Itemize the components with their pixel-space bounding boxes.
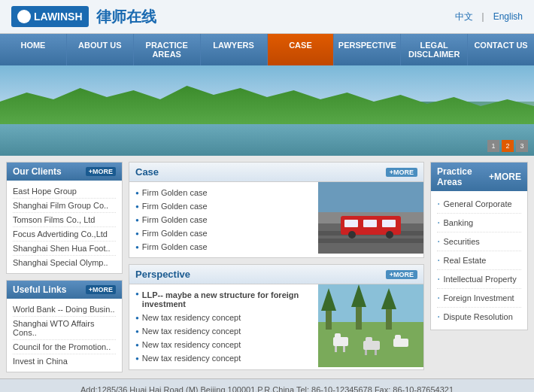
link-item-2[interactable]: Council for the Promotion.. <box>13 340 116 354</box>
client-item-4[interactable]: Shanghai Shen Hua Foot.. <box>13 242 116 256</box>
logo-chinese: 律师在线 <box>96 7 156 27</box>
case-title: Case <box>135 166 159 178</box>
case-item-0[interactable]: ● Firm Golden case <box>135 186 312 199</box>
bullet-icon: ● <box>135 230 139 237</box>
practice-areas-more-btn[interactable]: +MORE <box>489 172 521 182</box>
footer-address: Add:1285/36 Huai Hai Road (M) Beijing 10… <box>6 385 528 392</box>
logo-area: LAWINSH 律师在线 <box>11 6 156 27</box>
bullet-icon: · <box>437 236 440 248</box>
svg-rect-15 <box>356 303 362 330</box>
practice-areas-title: Practice Areas <box>437 166 489 187</box>
link-item-1[interactable]: Shanghai WTO Affairs Cons.. <box>13 317 116 340</box>
case-content-area: ● Firm Golden case ● Firm Golden case ● … <box>129 182 423 257</box>
perspective-title: Perspective <box>135 269 190 280</box>
bullet-icon: ● <box>135 217 139 223</box>
nav-about[interactable]: ABOUT US <box>67 34 134 65</box>
nav-lawyers[interactable]: LAWYERS <box>201 34 268 65</box>
nav-disclaimer[interactable]: LEGAL DISCLAIMER <box>401 34 468 65</box>
clients-list: East Hope Group Shanghai Film Group Co..… <box>7 181 122 273</box>
svg-rect-7 <box>363 220 377 227</box>
case-image <box>318 182 423 257</box>
case-item-3[interactable]: ● Firm Golden case <box>135 226 312 240</box>
svg-rect-26 <box>375 350 377 355</box>
nav-practice[interactable]: PRACTICE AREAS <box>134 34 201 65</box>
perspective-item-3[interactable]: ● New tax residency concept <box>135 338 312 351</box>
lang-en-link[interactable]: English <box>493 11 523 22</box>
case-item-2[interactable]: ● Firm Golden case <box>135 213 312 226</box>
cow-illustration <box>318 284 423 367</box>
bullet-icon: · <box>437 198 440 210</box>
bullet-icon: · <box>437 217 440 229</box>
svg-rect-25 <box>365 350 367 355</box>
svg-rect-24 <box>366 337 372 343</box>
case-item-4[interactable]: ● Firm Golden case <box>135 240 312 254</box>
case-list: ● Firm Golden case ● Firm Golden case ● … <box>129 182 318 257</box>
svg-rect-8 <box>382 220 396 227</box>
bullet-icon: ● <box>135 342 139 348</box>
perspective-content-area: ● LLP-- maybe a new structure for foreig… <box>129 284 423 369</box>
perspective-header: Perspective +MORE <box>129 265 423 284</box>
svg-rect-6 <box>344 220 358 227</box>
nav-case[interactable]: CASE <box>268 34 335 65</box>
client-item-1[interactable]: Shanghai Film Group Co.. <box>13 199 116 213</box>
bullet-icon: ● <box>135 190 139 196</box>
perspective-item-1[interactable]: ● New tax residency concept <box>135 311 312 324</box>
logo-icon <box>17 10 31 23</box>
svg-rect-21 <box>335 346 337 352</box>
nav-home[interactable]: HOME <box>0 34 67 65</box>
clients-title: Our Clients <box>13 166 62 177</box>
clients-more-btn[interactable]: +MORE <box>86 167 116 176</box>
case-more-btn[interactable]: +MORE <box>386 168 417 177</box>
client-item-5[interactable]: Shanghai Special Olymp.. <box>13 256 116 269</box>
perspective-item-2[interactable]: ● New tax residency concept <box>135 324 312 338</box>
case-box: Case +MORE ● Firm Golden case ● Firm Gol… <box>129 162 424 258</box>
bullet-icon: ● <box>135 355 139 362</box>
logo-badge: LAWINSH <box>11 6 89 27</box>
links-box: Useful Links +MORE World Bank -- Doing B… <box>6 280 123 372</box>
svg-rect-22 <box>343 346 345 352</box>
sidebar-right: Practice Areas +MORE · General Corporate… <box>430 162 528 372</box>
bullet-icon: ● <box>135 328 139 335</box>
content-center: Case +MORE ● Firm Golden case ● Firm Gol… <box>123 162 430 372</box>
links-more-btn[interactable]: +MORE <box>86 285 116 294</box>
practice-item-1[interactable]: · Banking <box>437 214 521 232</box>
client-item-2[interactable]: Tomson Films Co., Ltd <box>13 213 116 227</box>
perspective-box: Perspective +MORE ● LLP-- maybe a new st… <box>129 264 424 370</box>
practice-item-2[interactable]: · Securities <box>437 232 521 251</box>
practice-areas-box: Practice Areas +MORE · General Corporate… <box>430 162 528 330</box>
practice-item-6[interactable]: · Dispute Resolution <box>437 308 521 326</box>
banner-page-2[interactable]: 2 <box>502 140 514 152</box>
links-header: Useful Links +MORE <box>7 281 122 299</box>
client-item-3[interactable]: Focus Advertiding Co.,Ltd <box>13 227 116 242</box>
bullet-icon: · <box>437 311 440 323</box>
perspective-item-0[interactable]: ● LLP-- maybe a new structure for foreig… <box>135 288 312 311</box>
practice-item-5[interactable]: · Foreign Investment <box>437 289 521 308</box>
svg-point-10 <box>386 231 393 239</box>
banner-page-3[interactable]: 3 <box>516 140 528 152</box>
links-list: World Bank -- Doing Busin.. Shanghai WTO… <box>7 299 122 372</box>
perspective-image <box>318 284 423 369</box>
bullet-icon: ● <box>135 244 139 251</box>
client-item-0[interactable]: East Hope Group <box>13 184 116 199</box>
bullet-icon: ● <box>135 203 139 210</box>
footer: Add:1285/36 Huai Hai Road (M) Beijing 10… <box>0 378 534 392</box>
hero-banner: 1 2 3 <box>0 65 534 156</box>
link-item-3[interactable]: Invest in China <box>13 354 116 368</box>
main-nav: HOME ABOUT US PRACTICE AREAS LAWYERS CAS… <box>0 34 534 65</box>
lang-zh-link[interactable]: 中文 <box>455 11 473 22</box>
link-item-0[interactable]: World Bank -- Doing Busin.. <box>13 302 116 317</box>
svg-rect-28 <box>395 335 401 341</box>
case-item-1[interactable]: ● Firm Golden case <box>135 199 312 213</box>
train-illustration <box>318 182 423 254</box>
banner-pagination: 1 2 3 <box>487 140 528 152</box>
svg-rect-20 <box>335 333 341 339</box>
practice-item-0[interactable]: · General Corporate <box>437 195 521 214</box>
practice-item-3[interactable]: · Real Estate <box>437 251 521 270</box>
svg-rect-4 <box>318 239 423 243</box>
nav-contact[interactable]: CONTACT US <box>468 34 534 65</box>
perspective-more-btn[interactable]: +MORE <box>386 270 417 279</box>
practice-item-4[interactable]: · Intellectual Property <box>437 270 521 289</box>
banner-page-1[interactable]: 1 <box>487 140 499 152</box>
nav-perspective[interactable]: PERSPECTIVE <box>334 34 401 65</box>
perspective-item-4[interactable]: ● New tax residency concept <box>135 351 312 365</box>
